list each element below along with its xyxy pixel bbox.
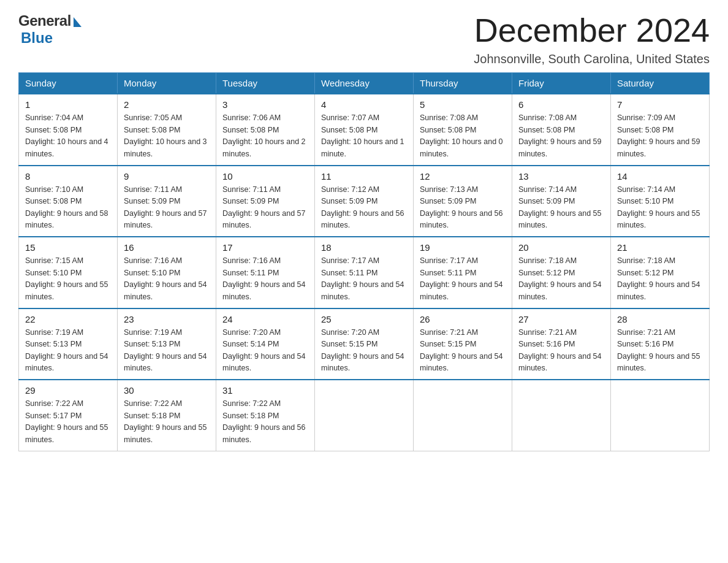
- day-info: Sunrise: 7:09 AMSunset: 5:08 PMDaylight:…: [617, 112, 703, 160]
- logo-general-text: General: [18, 12, 71, 29]
- day-info: Sunrise: 7:20 AMSunset: 5:14 PMDaylight:…: [222, 327, 308, 375]
- calendar-cell: 27Sunrise: 7:21 AMSunset: 5:16 PMDayligh…: [512, 308, 611, 380]
- calendar-cell: 7Sunrise: 7:09 AMSunset: 5:08 PMDaylight…: [611, 94, 710, 166]
- weekday-header-friday: Friday: [512, 73, 611, 94]
- calendar-cell: 14Sunrise: 7:14 AMSunset: 5:10 PMDayligh…: [611, 166, 710, 237]
- weekday-header-saturday: Saturday: [611, 73, 710, 94]
- day-info: Sunrise: 7:18 AMSunset: 5:12 PMDaylight:…: [617, 255, 703, 303]
- day-number: 23: [124, 314, 210, 324]
- title-block: December 2024 Johnsonville, South Caroli…: [474, 12, 710, 66]
- calendar-cell: 13Sunrise: 7:14 AMSunset: 5:09 PMDayligh…: [512, 166, 611, 237]
- calendar-cell: 20Sunrise: 7:18 AMSunset: 5:12 PMDayligh…: [512, 237, 611, 308]
- day-info: Sunrise: 7:17 AMSunset: 5:11 PMDaylight:…: [420, 255, 506, 303]
- calendar-cell: 26Sunrise: 7:21 AMSunset: 5:15 PMDayligh…: [414, 308, 512, 380]
- calendar-cell: 17Sunrise: 7:16 AMSunset: 5:11 PMDayligh…: [216, 237, 315, 308]
- day-info: Sunrise: 7:16 AMSunset: 5:11 PMDaylight:…: [222, 255, 308, 303]
- calendar-cell: [315, 380, 414, 451]
- calendar-cell: 31Sunrise: 7:22 AMSunset: 5:18 PMDayligh…: [216, 380, 315, 451]
- day-info: Sunrise: 7:08 AMSunset: 5:08 PMDaylight:…: [420, 112, 506, 160]
- day-number: 29: [25, 385, 111, 396]
- weekday-header-row: SundayMondayTuesdayWednesdayThursdayFrid…: [19, 73, 710, 94]
- day-number: 17: [222, 242, 308, 253]
- day-info: Sunrise: 7:11 AMSunset: 5:09 PMDaylight:…: [124, 184, 210, 232]
- calendar-cell: 30Sunrise: 7:22 AMSunset: 5:18 PMDayligh…: [118, 380, 216, 451]
- day-number: 25: [321, 314, 407, 324]
- calendar-cell: 25Sunrise: 7:20 AMSunset: 5:15 PMDayligh…: [315, 308, 414, 380]
- day-number: 20: [518, 242, 604, 253]
- day-number: 12: [420, 171, 506, 182]
- weekday-header-monday: Monday: [118, 73, 216, 94]
- calendar-cell: 3Sunrise: 7:06 AMSunset: 5:08 PMDaylight…: [216, 94, 315, 166]
- day-number: 3: [222, 99, 308, 110]
- day-info: Sunrise: 7:07 AMSunset: 5:08 PMDaylight:…: [321, 112, 407, 160]
- day-number: 4: [321, 99, 407, 110]
- day-info: Sunrise: 7:17 AMSunset: 5:11 PMDaylight:…: [321, 255, 407, 303]
- calendar-cell: 6Sunrise: 7:08 AMSunset: 5:08 PMDaylight…: [512, 94, 611, 166]
- day-number: 9: [124, 171, 210, 182]
- calendar-cell: [512, 380, 611, 451]
- calendar-cell: [611, 380, 710, 451]
- day-info: Sunrise: 7:12 AMSunset: 5:09 PMDaylight:…: [321, 184, 407, 232]
- calendar-cell: 22Sunrise: 7:19 AMSunset: 5:13 PMDayligh…: [19, 308, 118, 380]
- location-subtitle: Johnsonville, South Carolina, United Sta…: [474, 52, 710, 66]
- weekday-header-tuesday: Tuesday: [216, 73, 315, 94]
- day-info: Sunrise: 7:21 AMSunset: 5:16 PMDaylight:…: [617, 327, 703, 375]
- calendar-cell: 12Sunrise: 7:13 AMSunset: 5:09 PMDayligh…: [414, 166, 512, 237]
- weekday-header-sunday: Sunday: [19, 73, 118, 94]
- day-info: Sunrise: 7:18 AMSunset: 5:12 PMDaylight:…: [518, 255, 604, 303]
- day-info: Sunrise: 7:19 AMSunset: 5:13 PMDaylight:…: [124, 327, 210, 375]
- weekday-header-wednesday: Wednesday: [315, 73, 414, 94]
- calendar-table: SundayMondayTuesdayWednesdayThursdayFrid…: [18, 72, 710, 451]
- day-number: 8: [25, 171, 111, 182]
- day-number: 24: [222, 314, 308, 324]
- calendar-cell: 19Sunrise: 7:17 AMSunset: 5:11 PMDayligh…: [414, 237, 512, 308]
- calendar-cell: 5Sunrise: 7:08 AMSunset: 5:08 PMDaylight…: [414, 94, 512, 166]
- calendar-cell: 11Sunrise: 7:12 AMSunset: 5:09 PMDayligh…: [315, 166, 414, 237]
- calendar-cell: 16Sunrise: 7:16 AMSunset: 5:10 PMDayligh…: [118, 237, 216, 308]
- day-number: 21: [617, 242, 703, 253]
- calendar-cell: 21Sunrise: 7:18 AMSunset: 5:12 PMDayligh…: [611, 237, 710, 308]
- day-info: Sunrise: 7:04 AMSunset: 5:08 PMDaylight:…: [25, 112, 111, 160]
- day-number: 10: [222, 171, 308, 182]
- calendar-cell: 8Sunrise: 7:10 AMSunset: 5:08 PMDaylight…: [19, 166, 118, 237]
- calendar-cell: 15Sunrise: 7:15 AMSunset: 5:10 PMDayligh…: [19, 237, 118, 308]
- logo: General Blue: [18, 12, 82, 47]
- calendar-cell: 2Sunrise: 7:05 AMSunset: 5:08 PMDaylight…: [118, 94, 216, 166]
- day-info: Sunrise: 7:13 AMSunset: 5:09 PMDaylight:…: [420, 184, 506, 232]
- logo-blue-text: Blue: [21, 29, 53, 47]
- day-info: Sunrise: 7:14 AMSunset: 5:09 PMDaylight:…: [518, 184, 604, 232]
- day-number: 13: [518, 171, 604, 182]
- calendar-cell: 24Sunrise: 7:20 AMSunset: 5:14 PMDayligh…: [216, 308, 315, 380]
- day-info: Sunrise: 7:14 AMSunset: 5:10 PMDaylight:…: [617, 184, 703, 232]
- month-year-title: December 2024: [474, 12, 710, 48]
- day-number: 15: [25, 242, 111, 253]
- day-info: Sunrise: 7:22 AMSunset: 5:18 PMDaylight:…: [222, 398, 308, 446]
- day-info: Sunrise: 7:08 AMSunset: 5:08 PMDaylight:…: [518, 112, 604, 160]
- calendar-week-row: 29Sunrise: 7:22 AMSunset: 5:17 PMDayligh…: [19, 380, 710, 451]
- day-info: Sunrise: 7:20 AMSunset: 5:15 PMDaylight:…: [321, 327, 407, 375]
- calendar-week-row: 15Sunrise: 7:15 AMSunset: 5:10 PMDayligh…: [19, 237, 710, 308]
- calendar-cell: 18Sunrise: 7:17 AMSunset: 5:11 PMDayligh…: [315, 237, 414, 308]
- day-info: Sunrise: 7:05 AMSunset: 5:08 PMDaylight:…: [124, 112, 210, 160]
- day-number: 22: [25, 314, 111, 324]
- day-info: Sunrise: 7:22 AMSunset: 5:17 PMDaylight:…: [25, 398, 111, 446]
- day-info: Sunrise: 7:10 AMSunset: 5:08 PMDaylight:…: [25, 184, 111, 232]
- calendar-cell: 23Sunrise: 7:19 AMSunset: 5:13 PMDayligh…: [118, 308, 216, 380]
- day-number: 6: [518, 99, 604, 110]
- day-number: 14: [617, 171, 703, 182]
- day-number: 5: [420, 99, 506, 110]
- day-number: 16: [124, 242, 210, 253]
- day-info: Sunrise: 7:06 AMSunset: 5:08 PMDaylight:…: [222, 112, 308, 160]
- page-header: General Blue December 2024 Johnsonville,…: [18, 12, 710, 66]
- day-number: 26: [420, 314, 506, 324]
- day-number: 19: [420, 242, 506, 253]
- calendar-cell: 10Sunrise: 7:11 AMSunset: 5:09 PMDayligh…: [216, 166, 315, 237]
- day-info: Sunrise: 7:19 AMSunset: 5:13 PMDaylight:…: [25, 327, 111, 375]
- day-number: 18: [321, 242, 407, 253]
- day-number: 11: [321, 171, 407, 182]
- calendar-cell: 28Sunrise: 7:21 AMSunset: 5:16 PMDayligh…: [611, 308, 710, 380]
- day-number: 2: [124, 99, 210, 110]
- day-number: 31: [222, 385, 308, 396]
- calendar-cell: [414, 380, 512, 451]
- calendar-week-row: 1Sunrise: 7:04 AMSunset: 5:08 PMDaylight…: [19, 94, 710, 166]
